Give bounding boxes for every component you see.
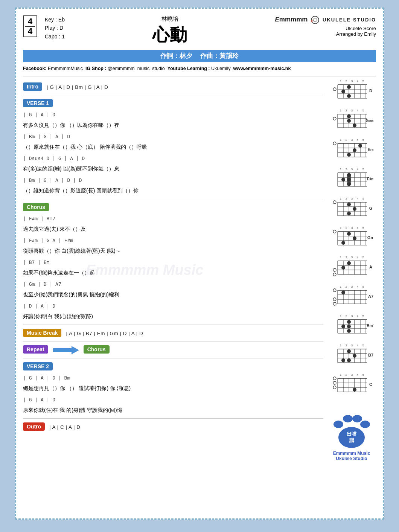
svg-point-62 — [353, 148, 356, 152]
svg-point-24 — [333, 88, 336, 91]
chord-Bm7: 1 2 3 4 5 — [327, 314, 376, 341]
svg-text:3: 3 — [351, 168, 353, 171]
intro-row: Intro | G | A | D | Bm | G | A | D — [23, 82, 323, 92]
svg-point-84 — [347, 178, 351, 181]
ch-line4-lyrics: 也至少(給)我們懷念(的)勇氣 擁抱(的)權利 — [23, 289, 323, 300]
ch-line5-lyrics: 好讓(你)明白 我(心)動的痕(跡) — [23, 311, 323, 322]
svg-text:2: 2 — [345, 109, 347, 112]
chord-G-svg: 1 2 3 4 5 — [330, 196, 373, 223]
svg-text:5: 5 — [362, 344, 364, 347]
capo-label: Capo : 1 — [45, 32, 65, 41]
verse2-lyrics: | G | A | D | Bm 總是想再見（）你 （） 還試著打(探) 你 消… — [23, 373, 323, 415]
svg-point-182 — [347, 320, 351, 324]
divider-4 — [23, 325, 323, 325]
svg-point-23 — [347, 94, 351, 98]
time-signature: 4 4 — [23, 15, 37, 37]
chord-C: 1 2 3 4 5 — [327, 372, 376, 399]
svg-point-228 — [334, 421, 343, 428]
svg-text:1: 1 — [340, 285, 341, 288]
verse2-label: VERSE 2 — [23, 362, 53, 370]
svg-text:譜: 譜 — [349, 437, 355, 443]
social-label: Facebook: — [23, 66, 47, 71]
studio-logo-line2: Ukulele Studio — [336, 456, 367, 461]
chord-G: 1 2 3 4 5 — [327, 196, 376, 223]
svg-text:3: 3 — [351, 285, 353, 288]
verse1-lyrics: | G | A | D 有多久沒見（）你 （）以為你在哪（）裡 | Bm | G… — [23, 110, 323, 196]
svg-point-164 — [333, 298, 336, 301]
svg-text:4: 4 — [356, 285, 358, 288]
outro-label: Outro — [23, 422, 45, 431]
studio-info: Emmmmm 🎸 UKULELE STUDIO Ukulele Score Ar… — [275, 15, 376, 37]
outro-row: Outro | A | C | A | D — [23, 422, 323, 432]
svg-text:出喵: 出喵 — [347, 431, 357, 437]
chord-Fshm-svg: 1 2 3 4 5 — [330, 167, 373, 194]
svg-point-22 — [341, 90, 345, 93]
repeat-row: Repeat Chorus — [23, 345, 323, 355]
chord-Gm-svg: 1 2 3 4 5 — [330, 226, 373, 253]
svg-point-229 — [343, 415, 353, 422]
chord-B7: 1 2 3 4 5 — [327, 343, 376, 370]
chord-Dsus4-svg: 1 2 3 4 5 — [330, 108, 373, 135]
svg-text:B7: B7 — [368, 353, 373, 357]
chord-Em-svg: 1 2 3 4 5 — [330, 137, 373, 165]
svg-point-105 — [333, 201, 336, 204]
v1-line3-chords: | Dsus4 D | G | A | D — [23, 154, 323, 163]
chorus-section: Chorus | F#m | Bm7 過去讓它過(去) 來不（）及 | F#m … — [23, 203, 323, 322]
page: 4 4 Key : Eb Play : D Capo : 1 林曉培 心動 Em… — [15, 8, 384, 520]
chord-Em: 1 2 3 4 5 — [327, 137, 376, 165]
svg-text:5: 5 — [362, 138, 364, 142]
svg-text:3: 3 — [351, 197, 353, 200]
svg-point-124 — [341, 241, 345, 245]
divider-2 — [23, 95, 323, 95]
chord-A: 1 2 3 4 5 — [327, 255, 376, 282]
key-info: Key : Eb Play : D Capo : 1 — [45, 15, 65, 41]
svg-text:5: 5 — [362, 197, 364, 200]
svg-point-125 — [333, 230, 336, 233]
svg-point-165 — [333, 302, 336, 305]
divider-5 — [23, 341, 323, 341]
svg-text:3: 3 — [351, 79, 353, 83]
ch-line5-chords: | D | A | D — [23, 301, 323, 311]
svg-text:F♯m: F♯m — [367, 177, 373, 181]
svg-text:2: 2 — [345, 314, 347, 318]
svg-text:5: 5 — [362, 226, 364, 230]
chord-A7-svg: 1 2 3 4 5 — [330, 284, 373, 311]
outro-chords: | A | C | A | D — [49, 424, 80, 430]
svg-text:2: 2 — [345, 226, 347, 230]
mmmmm-text: mmmmm — [279, 16, 308, 23]
svg-text:3: 3 — [351, 109, 353, 112]
svg-point-143 — [341, 266, 345, 270]
svg-text:2: 2 — [345, 344, 347, 347]
svg-point-123 — [353, 236, 356, 240]
svg-text:1: 1 — [340, 197, 341, 200]
svg-text:Gm: Gm — [367, 235, 373, 240]
v1-line4-chords: | Bm | G | A | D | D — [23, 175, 323, 185]
svg-point-103 — [353, 207, 356, 211]
arranged-by: Arranged by Emily — [275, 31, 376, 37]
svg-point-42 — [347, 119, 351, 123]
svg-text:3: 3 — [351, 226, 353, 230]
svg-point-61 — [358, 144, 362, 148]
svg-point-83 — [341, 178, 345, 181]
svg-text:4: 4 — [356, 138, 358, 142]
svg-rect-4 — [53, 348, 73, 352]
svg-point-104 — [347, 212, 351, 215]
chord-Gm: 1 2 3 4 5 — [327, 226, 376, 253]
header: 4 4 Key : Eb Play : D Capo : 1 林曉培 心動 Em… — [23, 15, 376, 47]
ig-label: IG Shop : — [85, 66, 107, 71]
svg-text:3: 3 — [351, 138, 353, 142]
intro-label: Intro — [23, 82, 42, 91]
svg-point-85 — [347, 182, 351, 186]
chorus-repeat-label: Chorus — [84, 345, 110, 354]
svg-text:A: A — [369, 265, 372, 269]
ch-line3-lyrics: 如果不(能)夠永遠走在一（）起 — [23, 267, 323, 278]
studio-name: Emmmmm 🎸 UKULELE STUDIO — [275, 15, 376, 24]
social-info: Facebook: EmmmmmMusic IG Shop : @emmmmm_… — [23, 65, 376, 72]
svg-text:5: 5 — [362, 79, 364, 83]
svg-text:A7: A7 — [368, 294, 373, 299]
svg-text:1: 1 — [340, 314, 341, 318]
ch-line2-lyrics: 從頭喜歡（）你 白(雲)繚繞著(藍)天 (哦)～ — [23, 245, 323, 256]
chord-D-svg: 1 2 3 4 5 — [330, 79, 373, 106]
music-break-chords: | A | G | B7 | Em | Gm | D | A | D — [66, 331, 143, 336]
svg-point-185 — [341, 325, 345, 328]
